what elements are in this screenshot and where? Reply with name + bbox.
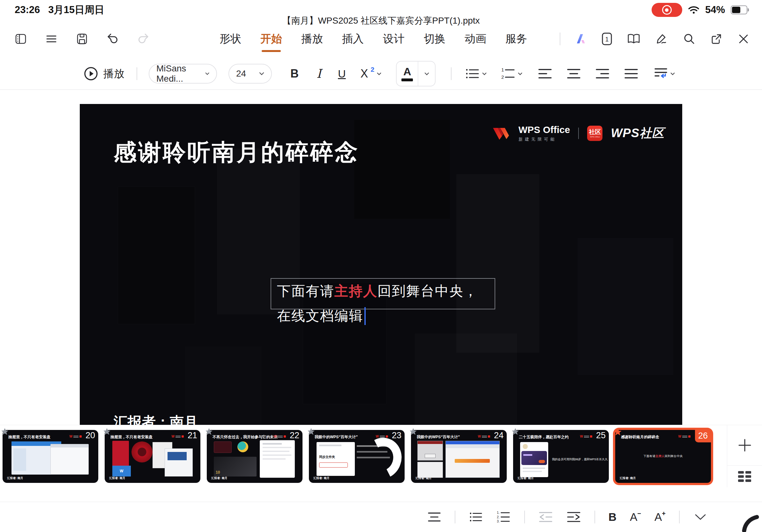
divider <box>451 67 451 80</box>
battery-percent: 54% <box>705 4 725 16</box>
slide-body-line1[interactable]: 下面有请主持人回到舞台中央， <box>277 282 478 300</box>
align-center-button[interactable] <box>567 68 581 80</box>
toolbar-divider <box>560 33 560 45</box>
align-justify-button[interactable] <box>624 68 639 80</box>
slide-canvas[interactable]: 感谢聆听南月的碎碎念 WPS Office 新建无限可能 <box>80 104 682 425</box>
tab-shape[interactable]: 形状 <box>219 32 241 46</box>
wifi-icon <box>688 5 700 14</box>
increase-font-size-button[interactable]: A+ <box>654 511 666 523</box>
search-button[interactable] <box>682 32 696 46</box>
divider <box>594 511 595 523</box>
add-slide-button[interactable] <box>727 425 762 466</box>
collapse-toolbar-button[interactable] <box>693 512 708 522</box>
chevron-down-icon <box>205 72 209 76</box>
font-family-select[interactable]: MiSans Medi... <box>149 64 217 84</box>
svg-text:1.: 1. <box>497 511 500 514</box>
chevron-down-icon <box>259 72 264 76</box>
grid-view-icon <box>738 471 751 482</box>
underline-button[interactable]: U <box>338 68 346 80</box>
italic-button[interactable]: I <box>317 67 321 81</box>
tab-play[interactable]: 播放 <box>301 32 323 46</box>
svg-text:1: 1 <box>501 67 504 72</box>
numbered-list-button[interactable]: 1. 2. 3. <box>496 511 511 523</box>
increase-indent-button[interactable] <box>567 511 581 523</box>
superscript-button[interactable]: X 2 <box>360 67 382 80</box>
align-left-button[interactable] <box>538 68 552 80</box>
ai-assistant-button[interactable] <box>574 33 587 45</box>
font-size-value: 24 <box>236 69 246 79</box>
text-direction-button[interactable] <box>652 67 675 80</box>
play-slideshow-button[interactable]: 播放 <box>84 66 124 81</box>
star-icon <box>103 428 111 437</box>
font-color-dropdown[interactable] <box>418 62 435 86</box>
slide-thumbnail-24[interactable]: 我眼中的WPS“百年大计” W 汇报者: 南月 24 <box>411 430 507 483</box>
chevron-down-icon <box>670 72 675 76</box>
font-color-button[interactable]: A <box>396 61 435 87</box>
bottom-toolbar: 1. 2. 3. B <box>0 502 762 532</box>
thumbnail-side-panel <box>727 425 762 487</box>
share-button[interactable] <box>710 32 723 46</box>
thumbnail-art <box>418 462 443 478</box>
tab-transition[interactable]: 切换 <box>424 32 445 46</box>
thumbnail-art <box>260 440 295 478</box>
tab-design[interactable]: 设计 <box>383 32 405 46</box>
wps-mini-logo: W <box>678 435 691 438</box>
align-right-button[interactable] <box>595 68 610 80</box>
undo-button[interactable] <box>106 32 119 46</box>
redo-button[interactable] <box>137 32 150 46</box>
bullet-list-button[interactable] <box>469 511 483 523</box>
numbered-list-button[interactable]: 1 2 <box>501 67 522 81</box>
wps-presentation-window: 23:26 3月15日周日 54% 【南月】WPS2025 社区线下嘉宾分享PP… <box>0 0 762 532</box>
play-label: 播放 <box>104 67 124 81</box>
wps-community-logo-text: WPS社区 <box>611 125 664 141</box>
slide-number: 25 <box>596 431 606 440</box>
slide-title-text[interactable]: 感谢聆听南月的碎碎念 <box>114 137 359 168</box>
slide-sorter-button[interactable] <box>727 465 762 488</box>
slide-number: 23 <box>392 431 402 440</box>
tab-animation[interactable]: 动画 <box>465 32 486 46</box>
battery-icon <box>731 5 747 14</box>
decrease-font-size-button[interactable]: A− <box>630 511 641 523</box>
slide-thumbnail-25[interactable]: 我的会员可用到我99岁，愿和WPS长长久久 二十五载陪伴，愿赴百年之约 W 汇报… <box>513 430 609 483</box>
font-family-value: MiSans Medi... <box>156 63 205 84</box>
text-cursor <box>364 307 366 325</box>
close-button[interactable] <box>737 33 750 45</box>
star-icon <box>409 428 418 437</box>
thumbnail-art <box>237 441 248 452</box>
presenter-text[interactable]: 汇报者：南月 <box>114 413 198 425</box>
slide-panel-toggle-button[interactable] <box>14 32 28 46</box>
thumbnail-art <box>50 444 89 475</box>
chevron-down-icon <box>482 72 487 76</box>
tab-home[interactable]: 开始 <box>261 32 282 46</box>
slide-thumbnail-strip: 抽屉里，不只有老安装盘 W 汇报者: 南月 20 W 抽屉里，不只有老安装盘 W… <box>0 425 727 487</box>
divider <box>679 511 680 523</box>
save-button[interactable] <box>75 32 89 46</box>
slide-thumbnail-22[interactable]: 10 不再只怀念过去，我开始参与它的未来 W 汇报者: 南月 22 <box>207 430 302 483</box>
font-size-select[interactable]: 24 <box>228 64 272 84</box>
bold-button[interactable]: B <box>290 67 299 80</box>
tab-insert[interactable]: 插入 <box>342 32 364 46</box>
wps-mini-logo: W <box>70 435 82 438</box>
wps-logo-icon <box>493 127 510 140</box>
slide-thumbnail-26-selected[interactable]: 感谢聆听南月的碎碎念 W 下面有请主持人回到舞台中央 汇报者: 南月 26 <box>615 430 711 483</box>
bold-button[interactable]: B <box>609 511 617 523</box>
page-number-indicator[interactable]: 1 <box>601 32 613 46</box>
slide-thumbnail-23[interactable]: 同步文件夹 我眼中的WPS“百年大计” W 汇报者: 南月 23 <box>309 430 405 483</box>
paragraph-align-button[interactable] <box>427 511 441 523</box>
slide-thumbnail-21[interactable]: W 抽屉里，不只有老安装盘 W 汇报者: 南月 21 <box>105 430 200 483</box>
decrease-indent-button[interactable] <box>538 511 553 523</box>
thumbnail-art <box>357 451 387 453</box>
thumbnail-art <box>165 448 193 477</box>
wps-mini-logo: W <box>172 435 184 438</box>
reading-view-button[interactable] <box>627 33 641 45</box>
annotate-pen-button[interactable] <box>655 32 668 46</box>
bullet-list-button[interactable] <box>465 67 487 80</box>
svg-text:1: 1 <box>605 36 609 43</box>
thumbnail-art <box>520 442 548 477</box>
tab-services[interactable]: 服务 <box>505 32 527 46</box>
svg-text:2: 2 <box>501 74 504 80</box>
formatting-toolbar: 播放 MiSans Medi... 24 B I U X 2 A <box>0 58 762 90</box>
menu-button[interactable] <box>45 32 58 46</box>
slide-body-line2[interactable]: 在线文档编辑 <box>277 307 366 325</box>
slide-thumbnail-20[interactable]: 抽屉里，不只有老安装盘 W 汇报者: 南月 20 <box>3 430 98 483</box>
